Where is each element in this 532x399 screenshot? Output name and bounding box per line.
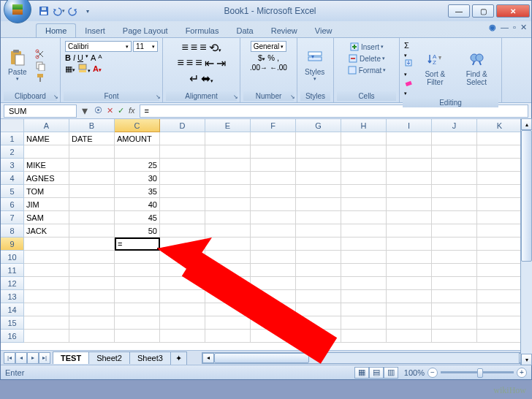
cell-I12[interactable] bbox=[387, 277, 432, 290]
cell-J7[interactable] bbox=[432, 211, 477, 224]
row-header-11[interactable]: 11 bbox=[1, 264, 24, 277]
zoom-out-button[interactable]: − bbox=[428, 368, 438, 378]
scroll-up-icon[interactable]: ▴ bbox=[521, 118, 532, 130]
cell-A14[interactable] bbox=[24, 303, 69, 316]
name-box[interactable]: SUM bbox=[4, 104, 77, 118]
cell-C4[interactable]: 30 bbox=[115, 172, 160, 185]
cell-B10[interactable] bbox=[69, 251, 115, 264]
cell-F4[interactable] bbox=[251, 172, 296, 185]
row-header-10[interactable]: 10 bbox=[1, 251, 24, 264]
cell-G3[interactable] bbox=[296, 159, 341, 172]
cell-K15[interactable] bbox=[477, 316, 522, 330]
cell-K6[interactable] bbox=[477, 198, 522, 211]
cell-G7[interactable] bbox=[296, 211, 341, 224]
cell-E5[interactable] bbox=[205, 185, 251, 198]
fill-button[interactable]: ▾ bbox=[404, 58, 414, 77]
cell-J5[interactable] bbox=[432, 185, 477, 198]
undo-icon[interactable]: ▾ bbox=[52, 4, 65, 18]
cell-K10[interactable] bbox=[477, 251, 522, 264]
cell-E1[interactable] bbox=[205, 132, 251, 145]
cell-F6[interactable] bbox=[251, 198, 296, 211]
cell-B1[interactable]: DATE bbox=[69, 132, 115, 145]
vertical-scrollbar[interactable]: ▴ ▾ bbox=[520, 118, 532, 365]
cell-B12[interactable] bbox=[69, 277, 115, 290]
fill-color-button[interactable]: ▾ bbox=[77, 64, 91, 74]
cell-A16[interactable] bbox=[24, 330, 69, 343]
ribbon-close-icon[interactable]: ✕ bbox=[520, 23, 527, 32]
save-icon[interactable] bbox=[37, 4, 50, 18]
cell-C5[interactable]: 35 bbox=[115, 185, 160, 198]
column-header-D[interactable]: D bbox=[160, 119, 205, 132]
row-header-9[interactable]: 9 bbox=[1, 238, 24, 251]
zoom-level[interactable]: 100% bbox=[404, 368, 425, 377]
cell-E3[interactable] bbox=[205, 159, 251, 172]
align-top-icon[interactable]: ≡ bbox=[181, 41, 188, 55]
cell-J13[interactable] bbox=[432, 290, 477, 303]
cell-H4[interactable] bbox=[341, 172, 387, 185]
clipboard-launcher-icon[interactable]: ↘ bbox=[53, 94, 58, 100]
tab-data[interactable]: Data bbox=[227, 24, 262, 37]
cell-J14[interactable] bbox=[432, 303, 477, 316]
font-face-combo[interactable]: Calibri▾ bbox=[65, 41, 132, 52]
redo-icon[interactable] bbox=[66, 4, 80, 18]
increase-indent-icon[interactable]: ⇥ bbox=[216, 56, 226, 70]
row-header-5[interactable]: 5 bbox=[1, 185, 24, 198]
sheet-tab-sheet2[interactable]: Sheet2 bbox=[88, 352, 130, 364]
scroll-down-icon[interactable]: ▾ bbox=[521, 354, 532, 365]
cell-B5[interactable] bbox=[69, 185, 115, 198]
column-header-K[interactable]: K bbox=[477, 119, 522, 132]
minimize-button[interactable]: — bbox=[448, 4, 470, 18]
cell-J2[interactable] bbox=[432, 145, 477, 159]
column-header-J[interactable]: J bbox=[432, 119, 477, 132]
vscroll-thumb[interactable] bbox=[521, 130, 532, 262]
cell-A10[interactable] bbox=[24, 251, 69, 264]
cell-K9[interactable] bbox=[477, 238, 522, 251]
cell-A9[interactable] bbox=[24, 238, 69, 251]
cell-E7[interactable] bbox=[205, 211, 251, 224]
number-launcher-icon[interactable]: ↘ bbox=[290, 94, 295, 100]
row-header-3[interactable]: 3 bbox=[1, 159, 24, 172]
cell-J6[interactable] bbox=[432, 198, 477, 211]
cell-F2[interactable] bbox=[251, 145, 296, 159]
cell-J3[interactable] bbox=[432, 159, 477, 172]
minimize-ribbon-icon[interactable]: — bbox=[501, 23, 509, 32]
cell-C3[interactable]: 25 bbox=[115, 159, 160, 172]
cell-I15[interactable] bbox=[387, 316, 432, 330]
cell-I9[interactable] bbox=[387, 238, 432, 251]
tab-home[interactable]: Home bbox=[36, 23, 76, 37]
fx-button[interactable]: fx bbox=[129, 106, 135, 115]
column-header-A[interactable]: A bbox=[24, 119, 69, 132]
cell-F1[interactable] bbox=[251, 132, 296, 145]
cell-J9[interactable] bbox=[432, 238, 477, 251]
cell-I2[interactable] bbox=[387, 145, 432, 159]
office-button[interactable] bbox=[4, 0, 31, 23]
align-bottom-icon[interactable]: ≡ bbox=[200, 41, 206, 55]
format-cells-button[interactable]: Format▾ bbox=[345, 64, 389, 76]
cell-K12[interactable] bbox=[477, 277, 522, 290]
cell-G5[interactable] bbox=[296, 185, 341, 198]
row-header-8[interactable]: 8 bbox=[1, 224, 24, 238]
column-header-C[interactable]: C bbox=[115, 119, 160, 132]
align-center-icon[interactable]: ≡ bbox=[186, 56, 193, 70]
page-layout-view-button[interactable]: ▤ bbox=[369, 367, 384, 379]
cell-C6[interactable]: 40 bbox=[115, 198, 160, 211]
cell-B2[interactable] bbox=[69, 145, 115, 159]
border-button[interactable]: ▦▾ bbox=[65, 64, 75, 74]
normal-view-button[interactable]: ▦ bbox=[354, 367, 369, 379]
zoom-in-button[interactable]: + bbox=[517, 368, 527, 378]
cell-A4[interactable]: AGNES bbox=[24, 172, 69, 185]
cell-A2[interactable] bbox=[24, 145, 69, 159]
row-header-7[interactable]: 7 bbox=[1, 211, 24, 224]
orientation-icon[interactable]: ⟲▾ bbox=[209, 41, 221, 55]
cell-K8[interactable] bbox=[477, 224, 522, 238]
cell-K1[interactable] bbox=[477, 132, 522, 145]
comma-icon[interactable]: , bbox=[277, 53, 279, 62]
cell-I7[interactable] bbox=[387, 211, 432, 224]
enter-formula-button[interactable]: ✓ bbox=[118, 106, 124, 115]
cell-C2[interactable] bbox=[115, 145, 160, 159]
cell-D2[interactable] bbox=[160, 145, 205, 159]
row-header-4[interactable]: 4 bbox=[1, 172, 24, 185]
cell-H3[interactable] bbox=[341, 159, 387, 172]
cell-I3[interactable] bbox=[387, 159, 432, 172]
sort-filter-button[interactable]: AZ Sort & Filter bbox=[417, 50, 453, 88]
